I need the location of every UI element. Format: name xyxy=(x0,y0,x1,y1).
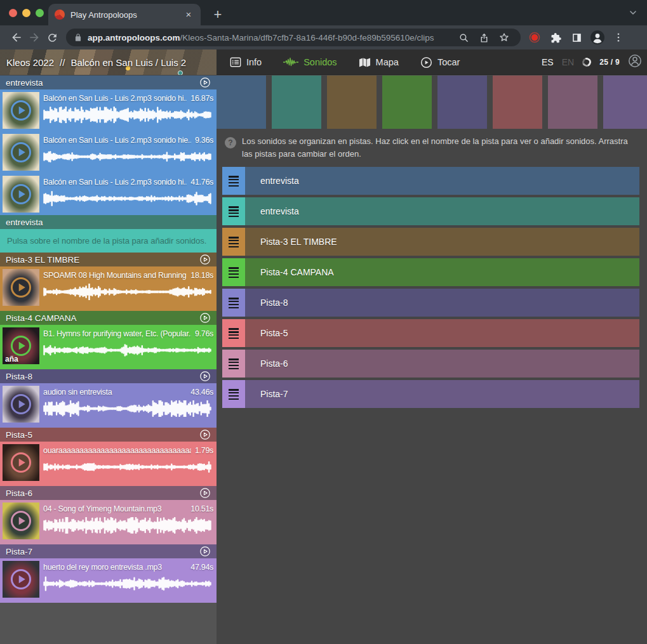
help-row: ? Los sonidos se organizan en pistas. Ha… xyxy=(217,129,647,160)
audio-clip[interactable]: 04 - Song of Yimeng Mountain.mp3 10.51s xyxy=(0,500,217,542)
new-tab-button[interactable]: + xyxy=(210,6,226,23)
zoom-magnifier-icon[interactable] xyxy=(455,29,472,46)
clip-play-icon[interactable] xyxy=(10,452,32,476)
track-row[interactable]: Pista-3 EL TIMBRE xyxy=(222,228,639,256)
back-button[interactable] xyxy=(8,29,25,46)
track-row-name: entrevista xyxy=(245,167,299,195)
track-play-icon[interactable] xyxy=(199,312,211,324)
track-play-icon[interactable] xyxy=(199,546,211,557)
url-path: /Kleos-Santa-Marina/dfb7cfb7-8a16-446f-b… xyxy=(180,33,434,43)
track-drag-handle[interactable] xyxy=(222,289,245,317)
help-question-icon[interactable]: ? xyxy=(225,137,236,148)
drag-grip-icon xyxy=(229,267,239,278)
track-row-name: Pista-6 xyxy=(245,350,288,378)
clip-play-icon[interactable] xyxy=(10,568,32,593)
audio-clip[interactable]: huerto del rey moro entrevista .mp3 47.9… xyxy=(0,558,217,600)
tab-title: Play Antropoloops xyxy=(70,10,177,20)
sidebar-track-header[interactable]: Pista-3 EL TIMBRE xyxy=(0,253,217,266)
track-row[interactable]: Pista-7 xyxy=(222,380,639,408)
forward-button[interactable] xyxy=(25,29,43,46)
clip-play-icon[interactable] xyxy=(10,100,32,124)
track-play-icon[interactable] xyxy=(199,429,211,440)
track-play-icon[interactable] xyxy=(199,77,211,88)
profile-avatar[interactable] xyxy=(589,29,606,46)
track-row[interactable]: Pista-4 CAMPANA xyxy=(222,258,639,286)
minimize-window-button[interactable] xyxy=(22,9,30,17)
tab-search-chevron-icon[interactable] xyxy=(628,8,638,20)
nav-tab-sonidos[interactable]: Sonidos xyxy=(283,57,337,67)
track-row[interactable]: entrevista xyxy=(222,197,639,225)
extensions-puzzle-icon[interactable] xyxy=(547,29,564,46)
drag-grip-icon xyxy=(229,358,239,369)
breadcrumb-project-link[interactable]: Kleos 2022 xyxy=(6,57,54,68)
track-row-name: entrevista xyxy=(245,197,299,225)
nav-tab-info[interactable]: Info xyxy=(230,56,262,68)
track-play-icon[interactable] xyxy=(199,487,211,499)
fullscreen-window-button[interactable] xyxy=(36,9,44,17)
clip-play-icon[interactable] xyxy=(10,510,32,534)
language-en-button[interactable]: EN xyxy=(562,57,574,67)
track-row[interactable]: Pista-6 xyxy=(222,350,639,378)
audio-clip[interactable]: audion sin entrevista 43.46s xyxy=(0,383,217,425)
sidebar-track-header[interactable]: Pista-5 xyxy=(0,428,217,442)
track-drag-handle[interactable] xyxy=(222,380,245,408)
address-bar[interactable]: app.antropoloops.com/Kleos-Santa-Marina/… xyxy=(66,29,521,46)
track-row[interactable]: Pista-5 xyxy=(222,319,639,347)
loading-spinner-icon xyxy=(581,56,593,69)
track-row-name: Pista-3 EL TIMBRE xyxy=(245,228,337,256)
bookmark-star-icon[interactable] xyxy=(495,29,513,46)
side-panel-icon[interactable] xyxy=(568,29,585,46)
track-row[interactable]: Pista-8 xyxy=(222,289,639,317)
audio-clip[interactable]: Balcón en San Luis - Luis 2.mp3 sonido h… xyxy=(0,173,217,215)
browser-menu-kebab-icon[interactable] xyxy=(610,29,627,46)
sidebar-track-name: Pista-4 CAMPANA xyxy=(6,313,196,323)
clip-duration: 9.76s xyxy=(195,329,213,338)
empty-track-hint-text: Pulsa sobre el nombre de la pista para a… xyxy=(7,236,206,246)
clip-duration: 16.87s xyxy=(190,94,213,103)
sidebar-track-header[interactable]: Pista-4 CAMPANA xyxy=(0,311,217,325)
account-icon[interactable] xyxy=(628,54,642,70)
audio-clip[interactable]: ouaraaaaaaaaaaaaaaaaaaaaaaaaaaaaaaaaaaa.… xyxy=(0,442,217,483)
language-es-button[interactable]: ES xyxy=(542,57,554,67)
site-favicon-icon xyxy=(55,10,65,20)
sidebar-track-header[interactable]: Pista-8 xyxy=(0,369,217,383)
sidebar-track-section: entrevista Pulsa sobre el nombre de la p… xyxy=(0,215,217,253)
clip-play-icon[interactable] xyxy=(10,183,32,207)
browser-tab[interactable]: Play Antropoloops × xyxy=(48,4,201,25)
nav-tab-mapa[interactable]: Mapa xyxy=(359,57,399,68)
track-list: entrevista entrevista Pista-3 EL TIMBRE … xyxy=(222,167,639,408)
track-drag-handle[interactable] xyxy=(222,167,245,195)
close-window-button[interactable] xyxy=(9,9,17,17)
audio-clip[interactable]: Balcón en San Luis - Luis 2.mp3 sonido h… xyxy=(0,131,217,173)
clip-play-icon[interactable] xyxy=(10,393,32,417)
clip-play-icon[interactable] xyxy=(10,277,32,301)
sidebar-track-header[interactable]: entrevista xyxy=(0,76,217,89)
clips-sidebar: entrevista Balcón en San Luis - Luis 2.m… xyxy=(0,76,217,644)
reload-button[interactable] xyxy=(43,29,61,46)
sidebar-track-panel: Balcón en San Luis - Luis 2.mp3 sonido h… xyxy=(0,89,217,215)
sidebar-track-section: Pista-3 EL TIMBRE SPOAMR 08 High Mountai… xyxy=(0,253,217,311)
track-drag-handle[interactable] xyxy=(222,197,245,225)
track-drag-handle[interactable] xyxy=(222,258,245,286)
track-drag-handle[interactable] xyxy=(222,228,245,256)
audio-clip[interactable]: SPOAMR 08 High Mountains and Running ...… xyxy=(0,266,217,308)
track-play-icon[interactable] xyxy=(199,371,211,382)
clip-thumbnail-caption: aña xyxy=(5,355,18,364)
sidebar-track-header[interactable]: entrevista xyxy=(0,215,217,229)
share-icon[interactable] xyxy=(475,29,493,46)
sidebar-track-header[interactable]: Pista-6 xyxy=(0,486,217,500)
nav-tab-tocar[interactable]: Tocar xyxy=(420,56,460,69)
tab-close-icon[interactable]: × xyxy=(183,9,194,20)
track-row[interactable]: entrevista xyxy=(222,167,639,195)
audio-clip[interactable]: Balcón en San Luis - Luis 2.mp3 sonido h… xyxy=(0,89,217,131)
track-drag-handle[interactable] xyxy=(222,350,245,378)
sidebar-track-header[interactable]: Pista-7 xyxy=(0,544,217,558)
clip-play-icon[interactable] xyxy=(10,141,32,166)
track-play-icon[interactable] xyxy=(199,254,211,265)
track-color-swatch xyxy=(603,76,647,129)
drag-grip-icon xyxy=(229,389,239,400)
audio-clip[interactable]: aña B1. Hymns for purifying water, Etc. … xyxy=(0,325,217,367)
clip-waveform xyxy=(43,148,211,168)
track-drag-handle[interactable] xyxy=(222,319,245,347)
recorder-extension-icon[interactable] xyxy=(526,29,544,46)
